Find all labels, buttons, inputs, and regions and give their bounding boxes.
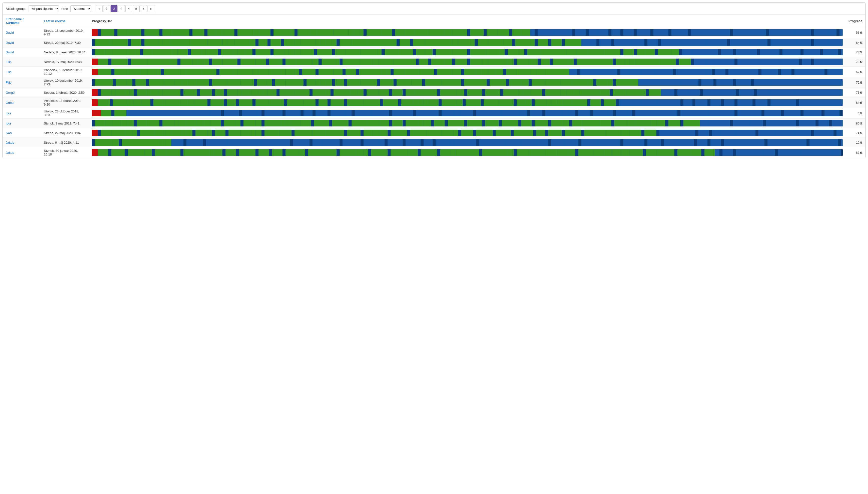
student-name[interactable]: Jakub [3, 138, 41, 147]
svg-rect-199 [206, 49, 218, 55]
svg-rect-34 [364, 29, 367, 36]
header-name[interactable]: First name / Surname [3, 15, 41, 27]
page-3-btn[interactable]: 3 [118, 5, 125, 12]
svg-rect-487 [320, 79, 326, 86]
svg-rect-424 [554, 69, 569, 75]
svg-rect-1167 [622, 149, 629, 156]
page-next-btn[interactable]: » [147, 5, 155, 12]
svg-rect-385 [237, 69, 252, 75]
svg-rect-1001 [742, 130, 756, 136]
progress-percent: 4% [846, 108, 865, 118]
svg-rect-1083 [647, 139, 656, 146]
svg-rect-494 [377, 79, 380, 86]
svg-rect-923 [98, 130, 101, 136]
svg-rect-239 [541, 49, 554, 55]
svg-rect-848 [236, 120, 240, 127]
svg-rect-337 [586, 59, 601, 65]
student-name[interactable]: Dávid [3, 38, 41, 48]
header-last-in-course[interactable]: Last in course [41, 15, 89, 27]
svg-rect-708 [601, 99, 604, 106]
student-name[interactable]: Ivan [3, 128, 41, 138]
progress-bar-cell [89, 57, 846, 67]
svg-rect-351 [713, 59, 722, 65]
svg-rect-591 [392, 89, 403, 96]
svg-rect-165 [701, 39, 706, 46]
svg-rect-609 [545, 89, 560, 96]
svg-rect-223 [413, 49, 416, 55]
svg-rect-804 [650, 110, 664, 116]
svg-rect-145 [535, 39, 538, 46]
svg-rect-1086 [664, 139, 679, 146]
student-name[interactable]: Dávid [3, 48, 41, 57]
svg-rect-185 [105, 49, 113, 55]
svg-rect-542 [809, 79, 820, 86]
svg-rect-303 [312, 59, 319, 65]
svg-rect-981 [565, 130, 581, 136]
page-2-btn[interactable]: 2 [111, 5, 117, 12]
student-name[interactable]: Jakub [3, 147, 41, 158]
svg-rect-142 [512, 39, 515, 46]
page-5-btn[interactable]: 5 [133, 5, 140, 12]
svg-rect-124 [351, 39, 368, 46]
svg-rect-1065 [476, 139, 479, 146]
svg-rect-823 [816, 110, 821, 116]
svg-rect-994 [682, 130, 695, 136]
student-name[interactable]: Filip [3, 77, 41, 88]
progress-bar-cell [89, 27, 846, 38]
svg-rect-395 [315, 69, 319, 75]
svg-rect-370 [111, 69, 114, 75]
svg-rect-636 [776, 89, 782, 96]
progress-bar [92, 110, 843, 116]
svg-rect-680 [383, 99, 398, 106]
svg-rect-129 [410, 39, 413, 46]
student-name[interactable]: Dávid [3, 27, 41, 38]
visible-groups-select[interactable]: All participants [29, 5, 59, 12]
svg-rect-806 [670, 110, 677, 116]
svg-rect-1121 [214, 149, 222, 156]
svg-rect-1047 [340, 139, 343, 146]
student-name[interactable]: Gergő [3, 88, 41, 97]
student-name[interactable]: Igor [3, 108, 41, 118]
svg-rect-1053 [385, 139, 387, 146]
svg-rect-719 [695, 99, 707, 106]
last-in-course-date: Utorok, 23 október 2018, 3:33 [41, 108, 89, 118]
svg-rect-811 [713, 110, 719, 116]
svg-rect-857 [301, 120, 311, 127]
svg-rect-752 [242, 110, 257, 116]
svg-rect-581 [312, 89, 326, 96]
student-name[interactable]: Filip [3, 67, 41, 77]
svg-rect-648 [113, 99, 128, 106]
svg-rect-920 [832, 120, 843, 127]
svg-rect-485 [307, 79, 316, 86]
svg-rect-134 [452, 39, 458, 46]
last-in-course-date: Streda, 18 september 2019, 9:32 [41, 27, 89, 38]
svg-rect-1002 [756, 130, 758, 136]
student-name[interactable]: Igor [3, 118, 41, 128]
svg-rect-549 [101, 89, 111, 96]
svg-rect-140 [493, 39, 503, 46]
student-name[interactable]: Filip [3, 57, 41, 67]
svg-rect-467 [149, 79, 164, 86]
svg-rect-649 [128, 99, 134, 106]
svg-rect-789 [542, 110, 545, 116]
svg-rect-669 [287, 99, 304, 106]
page-6-btn[interactable]: 6 [140, 5, 147, 12]
page-4-btn[interactable]: 4 [125, 5, 132, 12]
svg-rect-555 [137, 89, 146, 96]
student-name[interactable]: Gábor [3, 97, 41, 108]
svg-rect-589 [379, 89, 389, 96]
svg-rect-523 [631, 79, 638, 86]
svg-rect-343 [635, 59, 647, 65]
svg-rect-413 [464, 69, 476, 75]
page-1-btn[interactable]: 1 [103, 5, 110, 12]
svg-rect-468 [164, 79, 175, 86]
svg-rect-929 [140, 130, 155, 136]
role-select[interactable]: Študent [70, 5, 91, 12]
svg-rect-278 [98, 59, 108, 65]
svg-rect-948 [292, 130, 294, 136]
svg-rect-634 [757, 89, 769, 96]
svg-rect-315 [419, 59, 428, 65]
svg-rect-1029 [203, 139, 206, 146]
page-prev-btn[interactable]: « [96, 5, 103, 12]
svg-rect-960 [387, 130, 391, 136]
